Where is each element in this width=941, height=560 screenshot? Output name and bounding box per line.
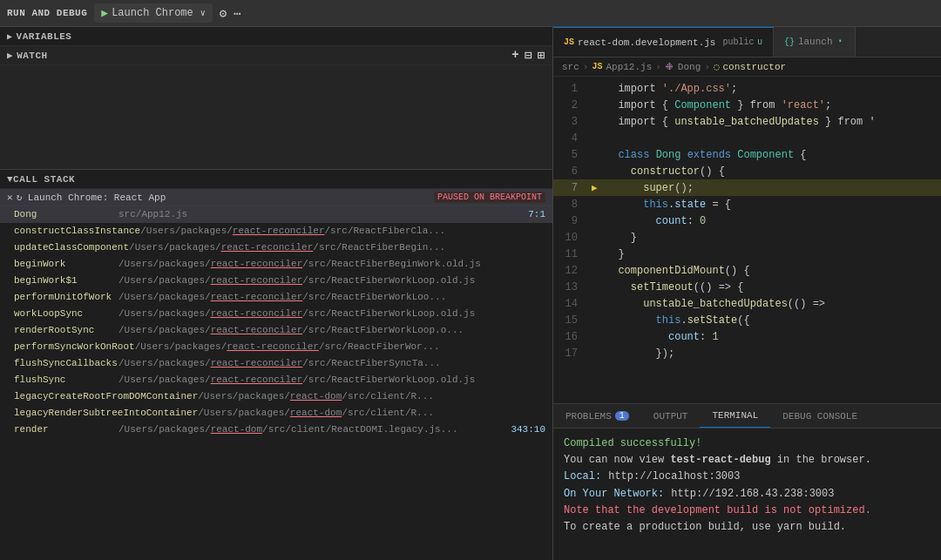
paused-label: ✕ ↻ Launch Chrome: React App — [7, 192, 166, 203]
paused-badge: PAUSED ON BREAKPOINT — [434, 192, 545, 203]
breadcrumb: src › JS App12.js › 🜋 Dong › ◌ construct… — [553, 57, 941, 77]
tab-react-dom[interactable]: JS react-dom.development.js public U — [553, 27, 774, 57]
line-content: } — [606, 248, 938, 260]
line-number: 6 — [557, 165, 592, 178]
tab-launch-label: launch — [798, 37, 833, 47]
call-stack-item[interactable]: beginWork$1/Users/packages/react-reconci… — [0, 273, 552, 289]
call-stack-item-name: performUnitOfWork — [14, 292, 118, 302]
variables-label: VARIABLES — [17, 31, 72, 42]
line-number: 12 — [557, 265, 592, 277]
breadcrumb-method-icon: ◌ — [714, 61, 720, 72]
line-number: 4 — [557, 132, 592, 145]
line-number: 10 — [557, 232, 592, 244]
call-stack-item-path: /Users/packages/react-reconciler/src/Rea… — [118, 308, 545, 319]
bottom-panel: PROBLEMS1OUTPUTTERMINALDEBUG CONSOLE Com… — [553, 403, 941, 560]
launch-label: Launch Chrome — [112, 7, 193, 19]
call-stack-item[interactable]: performUnitOfWork/Users/packages/react-r… — [0, 289, 552, 306]
call-stack-item[interactable]: beginWork/Users/packages/react-reconcile… — [0, 256, 552, 273]
line-number: 1 — [557, 83, 592, 95]
gear-icon[interactable]: ⚙ — [220, 6, 227, 21]
call-stack-item[interactable]: renderRootSync/Users/packages/react-reco… — [0, 322, 552, 339]
call-stack-item[interactable]: flushSync/Users/packages/react-reconcile… — [0, 372, 552, 388]
top-bar: RUN AND DEBUG ▶ Launch Chrome ∨ ⚙ ⋯ — [0, 0, 941, 27]
call-stack-item-line: 7:1 — [528, 209, 545, 219]
ellipsis-icon[interactable]: ⋯ — [234, 6, 240, 21]
bottom-tab-output[interactable]: OUTPUT — [641, 404, 701, 428]
line-number: 17 — [557, 347, 592, 360]
line-content: import { unstable_batchedUpdates } from … — [606, 116, 938, 128]
call-stack-item-path: /Users/packages/react-dom/src/client/Rea… — [118, 424, 504, 435]
watch-icons: + ⊟ ⊞ — [511, 48, 545, 63]
code-line: 12 componentDidMount() { — [553, 262, 941, 279]
call-stack-item-path: /Users/packages/react-reconciler/src/Rea… — [118, 275, 545, 286]
bottom-tab-problems[interactable]: PROBLEMS1 — [553, 404, 641, 428]
call-stack-item-name: renderRootSync — [14, 325, 118, 335]
call-stack-item-name: constructClassInstance — [14, 226, 140, 236]
call-stack-item[interactable]: workLoopSync/Users/packages/react-reconc… — [0, 306, 552, 322]
call-stack-item[interactable]: performSyncWorkOnRoot/Users/packages/rea… — [0, 339, 552, 355]
call-stack-item-path: /Users/packages/react-reconciler/src/Rea… — [129, 242, 545, 253]
breadcrumb-src: src — [562, 62, 579, 72]
line-content: setTimeout(() => { — [606, 281, 938, 293]
tab-launch[interactable]: {} launch · — [774, 27, 856, 57]
call-stack-item-path: src/App12.js — [118, 209, 521, 219]
sep1: › — [583, 62, 589, 72]
call-stack-item[interactable]: constructClassInstance/Users/packages/re… — [0, 223, 552, 240]
breadcrumb-method: constructor — [723, 62, 787, 72]
line-number: 13 — [557, 281, 592, 293]
variables-section-header[interactable]: ▶ VARIABLES — [0, 27, 552, 46]
run-debug-label: RUN AND DEBUG — [7, 8, 87, 18]
breadcrumb-class: Dong — [678, 62, 701, 72]
call-stack-item[interactable]: legacyRenderSubtreeIntoContainer/Users/p… — [0, 405, 552, 422]
bottom-tab-terminal[interactable]: TERMINAL — [700, 404, 770, 428]
terminal-content: Compiled successfully!You can now view t… — [553, 428, 941, 560]
line-number: 7 — [557, 182, 592, 194]
tab-dot-badge: · — [836, 34, 845, 48]
top-bar-left: RUN AND DEBUG ▶ Launch Chrome ∨ ⚙ ⋯ — [7, 3, 241, 23]
call-stack-item-path: /Users/packages/react-reconciler/src/Rea… — [135, 341, 545, 352]
line-content: this.state = { — [606, 199, 938, 211]
call-stack-item[interactable]: flushSyncCallbacks/Users/packages/react-… — [0, 355, 552, 372]
code-line: 4 — [553, 130, 941, 146]
code-line: 17 }); — [553, 345, 941, 361]
call-stack-item[interactable]: legacyCreateRootFromDOMContainer/Users/p… — [0, 388, 552, 405]
paused-row: ✕ ↻ Launch Chrome: React App PAUSED ON B… — [0, 189, 552, 206]
code-line: 1 import './App.css'; — [553, 80, 941, 97]
line-content: super(); — [606, 182, 938, 194]
watch-section-header[interactable]: ▶ WATCH + ⊟ ⊞ — [0, 46, 552, 65]
watch-collapse-icon[interactable]: ⊟ — [525, 48, 532, 63]
call-stack-item-name: render — [14, 424, 118, 435]
watch-area — [0, 65, 552, 170]
line-content: unstable_batchedUpdates(() => — [606, 298, 938, 310]
call-stack-item-path: /Users/packages/react-dom/src/client/R..… — [198, 408, 545, 418]
line-content: constructor() { — [606, 165, 938, 178]
terminal-line: You can now view test-react-debug in the… — [564, 452, 931, 469]
code-line: 7▶ super(); — [553, 179, 941, 196]
call-stack-item-name: Dong — [14, 209, 118, 219]
line-arrow-icon: ▶ — [592, 182, 606, 193]
watch-add-icon[interactable]: + — [511, 48, 519, 63]
call-stack-item[interactable]: updateClassComponent/Users/packages/reac… — [0, 240, 552, 256]
launch-button[interactable]: ▶ Launch Chrome ∨ — [94, 3, 212, 23]
code-line: 2 import { Component } from 'react'; — [553, 97, 941, 113]
code-line: 5 class Dong extends Component { — [553, 146, 941, 163]
call-stack-header[interactable]: ▼ CALL STACK — [0, 170, 552, 189]
call-stack-item-path: /Users/packages/react-reconciler/src/Rea… — [118, 358, 545, 368]
call-stack-item-name: performSyncWorkOnRoot — [14, 341, 135, 352]
bottom-tab-debug-console[interactable]: DEBUG CONSOLE — [770, 404, 870, 428]
main-layout: ▶ VARIABLES ▶ WATCH + ⊟ ⊞ ▼ CALL STACK ✕… — [0, 27, 941, 560]
line-content: } — [606, 232, 938, 244]
tab-public-badge: public — [722, 37, 754, 47]
code-line: 14 unstable_batchedUpdates(() => — [553, 295, 941, 312]
call-stack-arrow-icon: ▼ — [7, 174, 13, 185]
tab-react-dom-label: react-dom.development.js — [578, 37, 715, 48]
code-line: 9 count: 0 — [553, 213, 941, 229]
variables-arrow-icon: ▶ — [7, 31, 13, 42]
call-stack-item[interactable]: render/Users/packages/react-dom/src/clie… — [0, 422, 552, 438]
call-stack-item[interactable]: Dongsrc/App12.js7:1 — [0, 206, 552, 223]
watch-expand-icon[interactable]: ⊞ — [538, 48, 545, 63]
call-stack-item-name: workLoopSync — [14, 308, 118, 319]
call-stack-item-name: legacyCreateRootFromDOMContainer — [14, 391, 198, 401]
line-number: 2 — [557, 99, 592, 111]
paused-session-icon: ✕ — [7, 192, 13, 203]
